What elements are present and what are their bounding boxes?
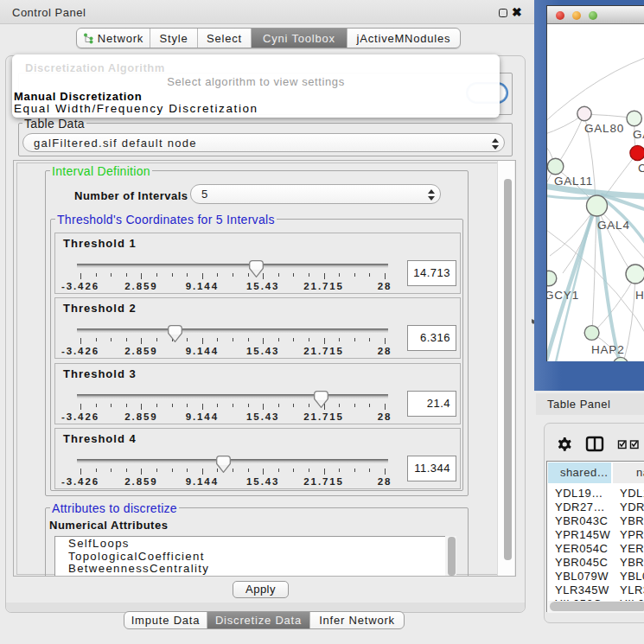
svg-text:GCY1: GCY1	[547, 289, 579, 302]
svg-text:GAL4: GAL4	[597, 219, 630, 232]
svg-text:GA: GA	[633, 128, 644, 141]
svg-text:C: C	[638, 162, 644, 175]
svg-text:GAL11: GAL11	[554, 175, 593, 188]
svg-text:HAP2: HAP2	[591, 343, 624, 356]
svg-text:H: H	[635, 289, 644, 302]
svg-text:GAL80: GAL80	[584, 122, 624, 135]
